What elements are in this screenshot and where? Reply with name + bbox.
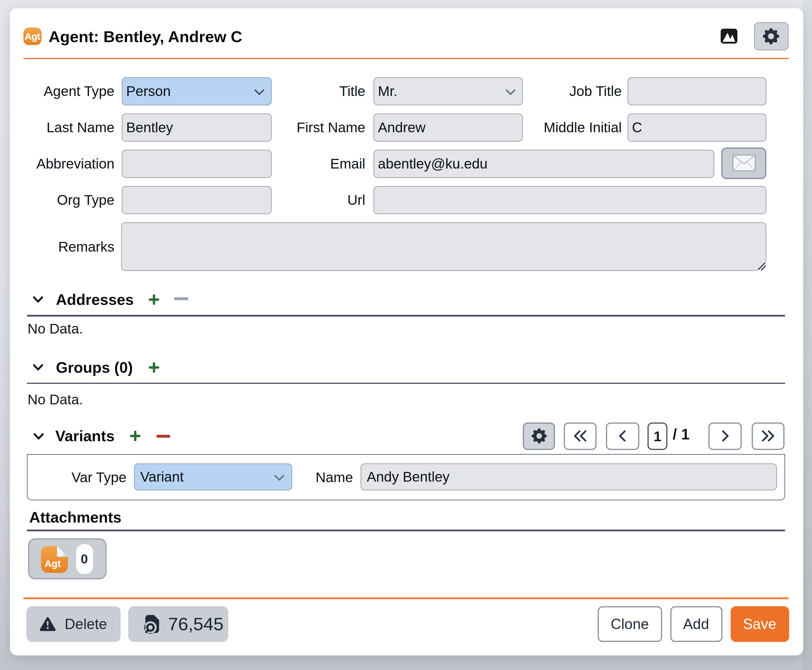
svg-text:Agt: Agt bbox=[44, 558, 61, 569]
